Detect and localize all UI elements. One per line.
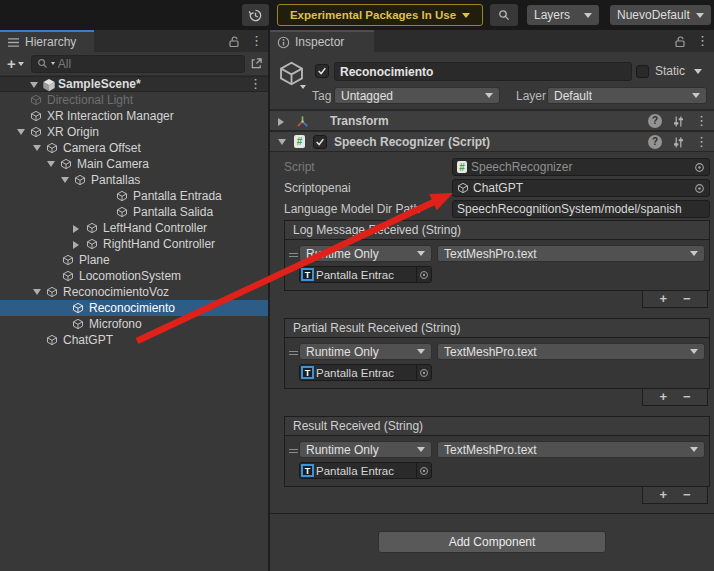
create-object-button[interactable]: + bbox=[5, 55, 26, 72]
layer-dropdown[interactable]: Default bbox=[547, 87, 707, 104]
enabled-checkbox[interactable] bbox=[313, 135, 327, 149]
lock-icon[interactable] bbox=[674, 35, 686, 48]
scene-header-row[interactable]: SampleScene* ⋮ bbox=[0, 76, 268, 92]
hierarchy-item-reconocimientovoz[interactable]: ReconocimientoVoz bbox=[0, 284, 268, 300]
add-event-button[interactable]: + bbox=[659, 389, 667, 405]
foldout-toggle[interactable] bbox=[73, 241, 79, 249]
drag-handle-icon[interactable] bbox=[289, 447, 298, 455]
hierarchy-item-main-camera[interactable]: Main Camera bbox=[0, 156, 268, 172]
add-component-button[interactable]: Add Component bbox=[378, 531, 606, 553]
foldout-toggle[interactable] bbox=[17, 129, 25, 135]
language-model-path-input[interactable] bbox=[457, 202, 705, 216]
search-icon bbox=[37, 58, 48, 69]
foldout-closed-icon[interactable] bbox=[278, 118, 284, 126]
active-checkbox[interactable] bbox=[315, 64, 329, 78]
event-target-object-field[interactable]: T Pantalla Entrac bbox=[299, 364, 432, 381]
tab-hierarchy[interactable]: Hierarchy bbox=[0, 30, 94, 52]
language-model-path-field[interactable] bbox=[452, 200, 710, 218]
hierarchy-item-microfono[interactable]: Microfono bbox=[0, 316, 268, 332]
layers-dropdown[interactable]: Layers bbox=[527, 5, 599, 25]
hierarchy-item-reconocimiento[interactable]: Reconocimiento bbox=[0, 300, 268, 316]
chevron-down-icon[interactable] bbox=[300, 85, 306, 89]
gameobject-icon bbox=[46, 142, 58, 154]
presets-icon[interactable] bbox=[672, 115, 685, 128]
foldout-open-icon[interactable] bbox=[30, 82, 38, 88]
foldout-toggle[interactable] bbox=[33, 145, 41, 151]
hierarchy-search-field[interactable] bbox=[31, 55, 245, 73]
search-button[interactable] bbox=[490, 4, 518, 26]
event-target-object-field[interactable]: T Pantalla Entrac bbox=[299, 462, 432, 479]
event-function-dropdown[interactable]: TextMeshPro.text bbox=[437, 441, 705, 458]
add-event-button[interactable]: + bbox=[659, 291, 667, 307]
scriptopenai-label: Scriptopenai bbox=[284, 180, 351, 196]
gameobject-name-field[interactable] bbox=[334, 62, 632, 81]
hierarchy-search-input[interactable] bbox=[58, 57, 239, 71]
hierarchy-item-xr-interaction-manager[interactable]: XR Interaction Manager bbox=[0, 108, 268, 124]
hierarchy-item-lefthand-controller[interactable]: LeftHand Controller bbox=[0, 220, 268, 236]
drag-handle-icon[interactable] bbox=[289, 251, 298, 259]
speech-recognizer-header[interactable]: # Speech Recognizer (Script) ? ⋮ bbox=[270, 131, 714, 152]
event-mode-value: Runtime Only bbox=[306, 443, 379, 457]
hierarchy-item-chatgpt[interactable]: ChatGPT bbox=[0, 332, 268, 348]
gameobject-name-input[interactable] bbox=[340, 65, 626, 79]
kebab-menu-icon[interactable]: ⋮ bbox=[695, 115, 708, 127]
remove-event-button[interactable]: − bbox=[683, 389, 691, 405]
presets-icon[interactable] bbox=[672, 136, 685, 149]
event-mode-dropdown[interactable]: Runtime Only bbox=[299, 441, 432, 458]
object-picker-icon[interactable] bbox=[416, 463, 431, 478]
help-icon[interactable]: ? bbox=[648, 135, 662, 149]
chevron-down-icon bbox=[18, 62, 24, 66]
chevron-down-icon[interactable] bbox=[694, 69, 702, 74]
object-picker-icon[interactable] bbox=[416, 267, 431, 282]
help-icon[interactable]: ? bbox=[648, 114, 662, 128]
event-list-footer: + − bbox=[642, 388, 708, 406]
kebab-menu-icon[interactable]: ⋮ bbox=[695, 136, 708, 148]
event-target-object-field[interactable]: T Pantalla Entrac bbox=[299, 266, 432, 283]
remove-event-button[interactable]: − bbox=[683, 291, 691, 307]
add-event-button[interactable]: + bbox=[659, 487, 667, 503]
hierarchy-item-directional-light[interactable]: Directional Light bbox=[0, 92, 268, 108]
transform-component-header[interactable]: Transform ? ⋮ bbox=[270, 110, 714, 131]
event-list: Log Message Received (String) Runtime On… bbox=[284, 220, 710, 291]
hierarchy-item-plane[interactable]: Plane bbox=[0, 252, 268, 268]
lock-icon[interactable] bbox=[228, 35, 240, 48]
hierarchy-item-righthand-controller[interactable]: RightHand Controller bbox=[0, 236, 268, 252]
pick-window-icon[interactable] bbox=[250, 57, 263, 70]
drag-handle-icon[interactable] bbox=[289, 349, 298, 357]
kebab-menu-icon[interactable]: ⋮ bbox=[249, 78, 262, 90]
hierarchy-item-label: Reconocimiento bbox=[89, 300, 175, 316]
script-object-field[interactable]: # SpeechRecognizer bbox=[452, 158, 710, 176]
kebab-menu-icon[interactable]: ⋮ bbox=[696, 35, 709, 47]
scriptopenai-field-row: Scriptopenai ChatGPT bbox=[270, 179, 714, 197]
hierarchy-item-pantallas[interactable]: Pantallas bbox=[0, 172, 268, 188]
foldout-toggle[interactable] bbox=[73, 225, 79, 233]
foldout-toggle[interactable] bbox=[61, 177, 69, 183]
event-mode-dropdown[interactable]: Runtime Only bbox=[299, 343, 432, 360]
scriptopenai-object-field[interactable]: ChatGPT bbox=[452, 179, 710, 197]
tag-dropdown[interactable]: Untagged bbox=[334, 87, 500, 104]
experimental-packages-button[interactable]: Experimental Packages In Use bbox=[277, 4, 483, 26]
static-checkbox[interactable] bbox=[636, 65, 649, 78]
remove-event-button[interactable]: − bbox=[683, 487, 691, 503]
object-picker-icon[interactable] bbox=[694, 162, 705, 173]
hierarchy-item-camera-offset[interactable]: Camera Offset bbox=[0, 140, 268, 156]
event-mode-dropdown[interactable]: Runtime Only bbox=[299, 245, 432, 262]
hierarchy-item-xr-origin[interactable]: XR Origin bbox=[0, 124, 268, 140]
object-picker-icon[interactable] bbox=[416, 365, 431, 380]
event-header: Log Message Received (String) bbox=[285, 221, 709, 240]
hierarchy-item-locomotionsystem[interactable]: LocomotionSystem bbox=[0, 268, 268, 284]
hierarchy-item-pantalla-entrada[interactable]: Pantalla Entrada bbox=[0, 188, 268, 204]
foldout-open-icon[interactable] bbox=[278, 139, 286, 145]
hierarchy-item-label: Plane bbox=[79, 252, 110, 268]
layout-dropdown[interactable]: NuevoDefault bbox=[610, 5, 711, 25]
undo-history-button[interactable] bbox=[242, 4, 269, 26]
hierarchy-item-pantalla-salida[interactable]: Pantalla Salida bbox=[0, 204, 268, 220]
tab-inspector[interactable]: Inspector bbox=[270, 30, 374, 52]
foldout-toggle[interactable] bbox=[47, 161, 55, 167]
object-picker-icon[interactable] bbox=[694, 183, 705, 194]
event-function-dropdown[interactable]: TextMeshPro.text bbox=[437, 245, 705, 262]
kebab-menu-icon[interactable]: ⋮ bbox=[250, 35, 263, 47]
chevron-down-icon bbox=[485, 93, 493, 98]
foldout-toggle[interactable] bbox=[33, 289, 41, 295]
event-function-dropdown[interactable]: TextMeshPro.text bbox=[437, 343, 705, 360]
